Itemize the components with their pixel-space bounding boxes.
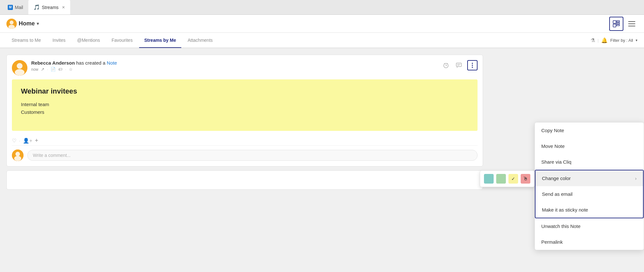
color-swatch-yellow[interactable]: ✓ <box>508 174 518 184</box>
tab-attachments[interactable]: Attachments <box>183 33 218 48</box>
note-content-area: Webinar invitees Internal team Customers <box>12 79 478 131</box>
menu-item-permalink[interactable]: Permalink <box>535 234 644 250</box>
tab-invites[interactable]: Invites <box>47 33 71 48</box>
tab-bar: M Mail 🎵 Streams ✕ <box>0 0 644 15</box>
menu-item-share-cliq[interactable]: Share via Cliq <box>535 154 644 170</box>
home-dropdown[interactable]: Home ▾ <box>6 19 39 29</box>
alarm-icon <box>443 62 449 68</box>
filter-label[interactable]: Filter by : All <box>610 38 633 43</box>
dot-separator2: · <box>65 67 66 72</box>
menu-item-send-email[interactable]: Send as email <box>535 186 643 202</box>
alarm-icon-button[interactable] <box>441 61 450 70</box>
close-icon[interactable]: ✕ <box>62 5 65 10</box>
svg-rect-5 <box>617 21 620 22</box>
tab-streams-to-me[interactable]: Streams to Me <box>6 33 46 48</box>
note-meta: Rebecca Anderson has created a Note now … <box>31 60 117 72</box>
svg-point-12 <box>17 63 23 69</box>
color-swatch-green[interactable] <box>496 174 506 184</box>
more-options-button[interactable] <box>467 60 478 70</box>
svg-rect-9 <box>628 23 635 24</box>
note-doc-icon[interactable]: 📄 <box>51 67 56 72</box>
note-line-2: Customers <box>21 108 469 116</box>
color-swatch-cyan[interactable] <box>484 174 494 184</box>
mail-icon: M <box>8 5 13 10</box>
menu-item-change-color[interactable]: Change color › <box>535 170 643 186</box>
external-link-icon[interactable]: ↗ <box>41 67 44 72</box>
menu-item-make-sticky[interactable]: Make it as sticky note <box>535 202 643 218</box>
comment-placeholder: Write a comment... <box>33 153 71 158</box>
svg-point-20 <box>472 63 473 64</box>
view-toggle-button[interactable] <box>609 17 623 31</box>
menu-item-unwatch[interactable]: Unwatch this Note <box>535 218 644 234</box>
tab-streams-by-me[interactable]: Streams by Me <box>139 33 181 48</box>
hamburger-menu-button[interactable] <box>626 18 638 30</box>
filter-icon[interactable]: ⚗ <box>591 37 595 43</box>
svg-rect-6 <box>617 23 620 24</box>
chevron-right-icon: › <box>635 176 637 181</box>
comment-icon <box>456 62 462 68</box>
svg-rect-3 <box>613 21 616 23</box>
dot-sep3: · <box>19 138 20 143</box>
note-header-left: Rebecca Anderson has created a Note now … <box>12 60 117 76</box>
tab-mail[interactable]: M Mail <box>3 0 28 14</box>
avatar-svg <box>6 19 17 29</box>
color-picker-popup: ✓ 🖱 <box>480 170 535 187</box>
comment-area: Write a comment... <box>12 145 478 161</box>
context-menu-bordered-section: Change color › Send as email Make it as … <box>535 170 644 218</box>
svg-rect-4 <box>613 24 616 27</box>
svg-point-1 <box>10 21 14 24</box>
svg-rect-8 <box>628 21 635 22</box>
tab-mail-label: Mail <box>15 5 23 10</box>
user-avatar-header <box>6 19 17 29</box>
app-header: Home ▾ <box>0 15 644 33</box>
cursor-indicator: 🖱 <box>523 176 528 182</box>
svg-rect-17 <box>456 63 461 67</box>
note-header: Rebecca Anderson has created a Note now … <box>12 60 478 76</box>
three-dot-icon <box>472 62 473 68</box>
note-title: Webinar invitees <box>21 87 469 95</box>
menu-icon <box>628 21 635 26</box>
plus-icon[interactable]: + <box>35 137 38 144</box>
note-card: Rebecca Anderson has created a Note now … <box>6 55 483 167</box>
sub-navigation: Streams to Me Invites @Mentions Favourit… <box>0 33 644 48</box>
svg-point-24 <box>15 152 20 156</box>
menu-item-move-note[interactable]: Move Note <box>535 138 644 154</box>
svg-point-25 <box>14 156 21 161</box>
note-time-row: now ↗ · 📄 🏷 · ☆ <box>31 67 117 72</box>
chevron-down-icon: ▾ <box>37 21 39 26</box>
star-icon[interactable]: ☆ <box>69 67 73 72</box>
tab-favourites[interactable]: Favourites <box>107 33 138 48</box>
avatar-image <box>12 60 27 76</box>
dot-separator: · <box>47 67 48 72</box>
main-content: Rebecca Anderson has created a Note now … <box>0 48 644 272</box>
svg-rect-7 <box>617 24 620 26</box>
tag-icon[interactable]: 🏷 <box>58 67 62 72</box>
note-actions-right <box>441 60 478 70</box>
note-body: Internal team Customers <box>21 101 469 116</box>
note-card-second <box>6 170 483 190</box>
note-author-avatar <box>12 60 27 76</box>
tab-mentions[interactable]: @Mentions <box>72 33 105 48</box>
svg-point-22 <box>472 67 473 68</box>
note-footer: ♡ · 👤+ + <box>12 135 478 145</box>
person-add-icon[interactable]: 👤+ <box>23 138 32 144</box>
comment-icon-button[interactable] <box>454 61 463 70</box>
filter-controls: ⚗ | 🔔 Filter by : All ▾ <box>591 37 638 43</box>
tab-streams[interactable]: 🎵 Streams ✕ <box>28 0 70 14</box>
sub-nav-tabs: Streams to Me Invites @Mentions Favourit… <box>6 33 218 48</box>
context-menu: Copy Note Move Note Share via Cliq Chang… <box>535 122 644 250</box>
svg-point-13 <box>15 69 24 76</box>
menu-item-copy-note[interactable]: Copy Note <box>535 122 644 138</box>
home-label: Home <box>19 20 35 27</box>
grid-icon <box>613 20 620 27</box>
comment-input[interactable]: Write a comment... <box>27 150 478 161</box>
svg-rect-10 <box>628 26 635 26</box>
svg-point-21 <box>472 65 473 66</box>
heart-icon[interactable]: ♡ <box>12 138 16 144</box>
note-line-1: Internal team <box>21 101 469 108</box>
commenter-avatar-image <box>12 150 24 161</box>
tab-streams-label: Streams <box>42 5 59 10</box>
note-link[interactable]: Note <box>107 60 117 66</box>
color-swatch-pink[interactable]: 🖱 <box>521 174 530 184</box>
filter-bookmark-icon[interactable]: 🔔 <box>601 37 608 43</box>
